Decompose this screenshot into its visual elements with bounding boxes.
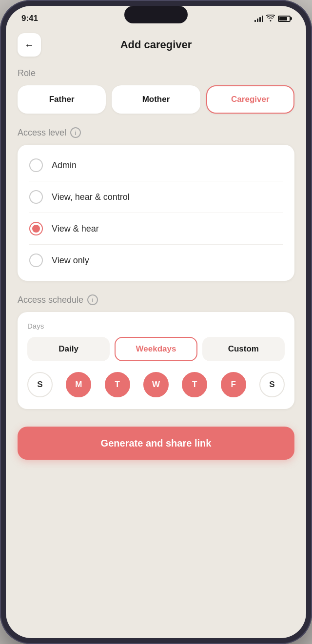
schedule-card: Days Daily Weekdays Custom S M T W T F S	[18, 312, 294, 409]
status-time: 9:41	[21, 14, 38, 23]
access-level-card: Admin View, hear & control View & hear	[18, 145, 294, 281]
day-circle-thu[interactable]: T	[182, 372, 207, 397]
access-level-label-row: Access level i	[18, 127, 294, 138]
signal-icon	[254, 15, 263, 22]
access-schedule-section: Access schedule i Days Daily Weekdays Cu…	[18, 294, 294, 409]
days-label: Days	[27, 322, 285, 330]
role-buttons: Father Mother Caregiver	[18, 85, 294, 114]
role-button-father[interactable]: Father	[18, 85, 106, 114]
page-title: Add caregiver	[41, 39, 271, 51]
role-button-mother[interactable]: Mother	[112, 85, 200, 114]
phone-frame: 9:41	[0, 0, 312, 644]
day-circle-mon[interactable]: M	[66, 372, 91, 397]
radio-label-admin: Admin	[52, 160, 77, 171]
access-schedule-label: Access schedule	[18, 295, 83, 305]
wifi-icon	[266, 15, 275, 23]
day-type-custom[interactable]: Custom	[202, 337, 285, 361]
day-circle-tue[interactable]: T	[105, 372, 130, 397]
access-level-label: Access level	[18, 128, 66, 138]
radio-inner-view-hear	[32, 225, 40, 233]
role-label: Role	[18, 68, 294, 78]
radio-item-view-hear[interactable]: View & hear	[29, 213, 283, 245]
radio-item-view-hear-control[interactable]: View, hear & control	[29, 181, 283, 213]
access-schedule-info-icon[interactable]: i	[87, 294, 98, 305]
radio-item-view-only[interactable]: View only	[29, 245, 283, 276]
day-circle-wed[interactable]: W	[143, 372, 169, 397]
day-circle-sat[interactable]: S	[259, 372, 285, 397]
radio-item-admin[interactable]: Admin	[29, 150, 283, 181]
access-level-section: Access level i Admin View, hear & contro…	[18, 127, 294, 281]
day-type-daily[interactable]: Daily	[27, 337, 110, 361]
day-circles: S M T W T F S	[27, 372, 285, 397]
access-level-info-icon[interactable]: i	[70, 127, 81, 138]
radio-label-view-hear: View & hear	[52, 224, 99, 234]
phone-screen: 9:41	[6, 6, 306, 638]
day-circle-sun[interactable]: S	[27, 372, 53, 397]
generate-share-link-button[interactable]: Generate and share link	[18, 427, 294, 460]
radio-label-view-only: View only	[52, 255, 89, 266]
battery-icon	[278, 16, 291, 22]
back-button[interactable]: ←	[18, 33, 41, 57]
radio-admin	[29, 158, 43, 172]
radio-view-hear	[29, 222, 43, 235]
notch	[124, 6, 188, 23]
radio-label-view-hear-control: View, hear & control	[52, 192, 130, 202]
day-type-weekdays[interactable]: Weekdays	[115, 337, 197, 361]
content-area: ← Add caregiver Role Father Mother Careg…	[6, 27, 306, 638]
back-arrow-icon: ←	[24, 39, 34, 51]
status-icons	[254, 15, 291, 23]
access-schedule-label-row: Access schedule i	[18, 294, 294, 305]
day-type-buttons: Daily Weekdays Custom	[27, 337, 285, 361]
role-section: Role Father Mother Caregiver	[18, 68, 294, 114]
page-header: ← Add caregiver	[18, 27, 294, 68]
radio-view-hear-control	[29, 190, 43, 204]
radio-view-only	[29, 254, 43, 267]
role-button-caregiver[interactable]: Caregiver	[206, 85, 294, 114]
day-circle-fri[interactable]: F	[221, 372, 246, 397]
